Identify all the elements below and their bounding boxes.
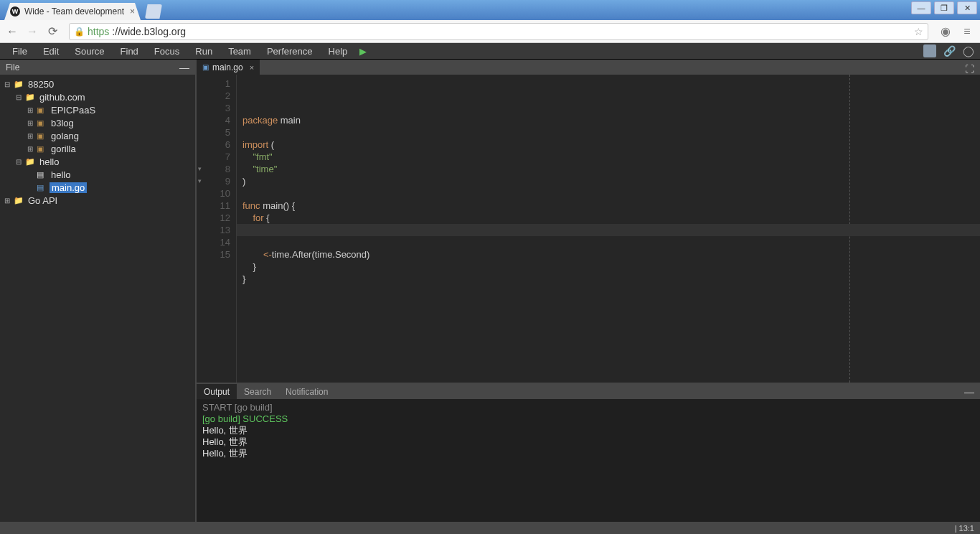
tree-node-hello[interactable]: ▤hello [0, 168, 195, 181]
cursor-position: | 13:1 [955, 524, 974, 533]
run-button[interactable]: ▶ [359, 46, 367, 57]
tree-node-golang[interactable]: ⊞▣golang [0, 129, 195, 142]
tab-close-icon[interactable]: × [130, 6, 135, 17]
tree-node-b3log[interactable]: ⊞▣b3log [0, 116, 195, 129]
panel-tab-notification[interactable]: Notification [278, 384, 335, 399]
sidebar-minimize-icon[interactable]: — [179, 62, 189, 73]
panel-tab-bar: OutputSearchNotification— [197, 384, 980, 399]
item-icon: ▤ [37, 170, 47, 179]
editor-tab-bar: ▣ main.go × ⛶ [197, 60, 980, 75]
sidebar-header: File — [0, 60, 195, 75]
expand-icon[interactable]: ⊟ [14, 93, 23, 101]
window-minimize-button[interactable]: — [911, 1, 931, 14]
editor-tab-close-icon[interactable]: × [250, 63, 254, 72]
tree-node-github-com[interactable]: ⊟📁github.com [0, 90, 195, 103]
file-ico-icon: ▤ [37, 183, 47, 192]
status-bar: | 13:1 [0, 522, 980, 534]
editor-tab-label: main.go [212, 62, 243, 72]
panel-tab-output[interactable]: Output [197, 384, 237, 399]
menu-focus[interactable]: Focus [148, 44, 186, 58]
lock-icon: 🔒 [74, 27, 85, 37]
favicon-icon: W [10, 6, 20, 17]
file-tree[interactable]: ⊟📁88250⊟📁github.com⊞▣EPICPaaS⊞▣b3log⊞▣go… [0, 75, 195, 522]
menu-perference[interactable]: Perference [260, 44, 319, 58]
fullscreen-icon[interactable]: ⛶ [959, 64, 980, 75]
expand-icon[interactable]: ⊞ [26, 106, 34, 114]
address-bar: ← → ⟳ 🔒 https://wide.b3log.org ☆ ◉ ≡ [0, 20, 980, 43]
tree-node-hello[interactable]: ⊟📁hello [0, 155, 195, 168]
menu-find[interactable]: Find [114, 44, 145, 58]
browser-tab[interactable]: W Wide - Team development × [4, 3, 141, 20]
pkg-ico-icon: ▣ [37, 144, 47, 154]
menu-run[interactable]: Run [189, 44, 219, 58]
ide-menu-bar: FileEditSourceFindFocusRunTeamPerference… [0, 43, 980, 60]
nav-forward-icon[interactable]: → [26, 25, 39, 38]
menu-edit[interactable]: Edit [37, 44, 65, 58]
menu-help[interactable]: Help [322, 44, 354, 58]
expand-icon[interactable]: ⊟ [14, 158, 23, 166]
new-tab-button[interactable] [145, 4, 162, 19]
nav-back-icon[interactable]: ← [6, 25, 19, 38]
editor-tab-main-go[interactable]: ▣ main.go × [197, 60, 260, 75]
chrome-menu-icon[interactable]: ≡ [960, 25, 974, 38]
browser-tab-title: Wide - Team development [24, 6, 124, 17]
expand-icon[interactable]: ⊞ [3, 197, 11, 205]
console-line: START [go build] [202, 402, 974, 413]
tree-node-epicpaas[interactable]: ⊞▣EPICPaaS [0, 103, 195, 116]
user-avatar-icon[interactable] [923, 44, 936, 57]
window-titlebar: W Wide - Team development × — ❐ ✕ [0, 0, 980, 20]
fold-red-icon: 📁 [14, 80, 24, 89]
fold-yellow-icon: 📁 [25, 157, 36, 167]
fold-yellow-icon: 📁 [25, 93, 36, 102]
menu-team[interactable]: Team [222, 44, 258, 58]
url-protocol: https [88, 26, 109, 37]
window-maximize-button[interactable]: ❐ [934, 1, 954, 14]
sidebar-title: File [6, 62, 19, 72]
window-close-button[interactable]: ✕ [957, 1, 977, 14]
tree-node-go api[interactable]: ⊞📁Go API [0, 194, 195, 207]
expand-icon[interactable]: ⊟ [3, 80, 11, 88]
bottom-panel: OutputSearchNotification— START [go buil… [197, 383, 980, 522]
code-editor[interactable]: 1234567▾8▾9101112131415 package mainimpo… [197, 75, 980, 383]
file-sidebar: File — ⊟📁88250⊟📁github.com⊞▣EPICPaaS⊞▣b3… [0, 60, 197, 522]
panel-minimize-icon[interactable]: — [958, 386, 980, 398]
nav-reload-icon[interactable]: ⟳ [46, 24, 59, 38]
pkg-ico-icon: ▣ [37, 118, 47, 128]
fold-red-icon: 📁 [14, 196, 24, 205]
extension-icon[interactable]: ◉ [938, 24, 953, 38]
code-area[interactable]: package mainimport ( "fmt" "time")func m… [237, 75, 980, 383]
panel-tab-search[interactable]: Search [237, 384, 278, 399]
menu-source[interactable]: Source [68, 44, 110, 58]
line-gutter: 1234567▾8▾9101112131415 [197, 75, 237, 383]
expand-icon[interactable]: ⊞ [26, 145, 34, 153]
bookmark-star-icon[interactable]: ☆ [914, 26, 923, 37]
expand-icon[interactable]: ⊞ [26, 132, 34, 140]
go-file-icon: ▣ [202, 63, 209, 71]
tree-node-main-go[interactable]: ▤main.go [0, 181, 195, 194]
github-icon[interactable]: ◯ [963, 45, 974, 57]
share-icon[interactable]: 🔗 [943, 45, 956, 57]
console-line: Hello, 世界 [202, 436, 974, 448]
tree-node-gorilla[interactable]: ⊞▣gorilla [0, 142, 195, 155]
expand-icon[interactable]: ⊞ [26, 119, 34, 127]
output-console[interactable]: START [go build][go build] SUCCESSHello,… [197, 399, 980, 522]
pkg-ico-icon: ▣ [37, 131, 47, 141]
pkg-ico-icon: ▣ [37, 106, 47, 115]
console-line: [go build] SUCCESS [202, 413, 974, 425]
console-line: Hello, 世界 [202, 448, 974, 459]
url-rest: ://wide.b3log.org [112, 26, 186, 37]
tree-node-88250[interactable]: ⊟📁88250 [0, 78, 195, 90]
url-input[interactable]: 🔒 https://wide.b3log.org ☆ [69, 23, 928, 40]
console-line: Hello, 世界 [202, 425, 974, 436]
menu-file[interactable]: File [6, 44, 34, 58]
